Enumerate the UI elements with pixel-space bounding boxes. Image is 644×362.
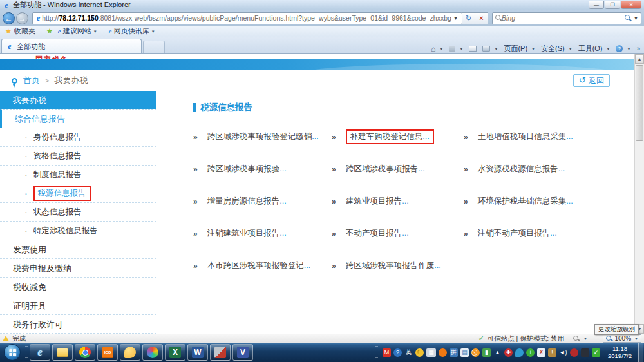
tools-menu-button[interactable]: 工具(O)▼ (578, 44, 611, 53)
sidebar-item-status-info[interactable]: ·状态信息报告 (0, 203, 156, 222)
blocked-icon[interactable]: ⃠ (471, 348, 480, 357)
tab-all-functions[interactable]: e 全部功能 (1, 39, 142, 53)
close-button[interactable]: ✕ (621, 1, 641, 9)
safe-icon[interactable]: + (526, 348, 535, 357)
red-tray-icon[interactable] (570, 348, 578, 357)
moon-icon[interactable]: ☾ (415, 348, 424, 357)
antivirus-icon[interactable]: ✚ (504, 348, 513, 357)
function-link-vehicle-purchase-tax[interactable]: »补建车购税登记信息... (332, 130, 464, 144)
forward-button[interactable]: → (16, 12, 28, 24)
search-input[interactable] (502, 14, 625, 22)
scrollbar-thumb[interactable] (636, 65, 643, 141)
new-tab-button[interactable] (143, 41, 165, 53)
taskbar-chrome-button[interactable] (75, 344, 95, 361)
sidebar-category-certificate[interactable]: 证明开具 (0, 296, 156, 315)
web-slices-button[interactable]: e 网页快讯库 ▼ (106, 26, 155, 36)
help-tray-icon[interactable]: ? (393, 348, 402, 357)
toolbar-overflow-button[interactable]: » (636, 45, 640, 52)
sidebar-category-tax-filing[interactable]: 税费申报及缴纳 (0, 259, 156, 278)
clock[interactable]: 11:18 2019/7/2 (608, 345, 632, 359)
compatibility-view-button[interactable]: ▼ (573, 336, 587, 342)
function-link[interactable]: »建筑业项目报告... (332, 195, 464, 208)
stop-button[interactable]: × (475, 12, 488, 24)
page-menu-button[interactable]: 页面(P)▼ (504, 44, 535, 53)
taskbar-word-button[interactable]: W (187, 344, 208, 361)
function-link[interactable]: »跨区域涉税事项报验登记缴销... (193, 130, 332, 144)
read-mail-button[interactable] (469, 46, 477, 52)
usb-safe-icon[interactable]: ✓ (592, 348, 600, 357)
print-button[interactable]: ▼ (482, 46, 498, 52)
windows-logo-icon (9, 348, 16, 356)
function-link[interactable]: »注销不动产项目报告... (464, 227, 557, 240)
breadcrumb-home-link[interactable]: 首页 (23, 75, 40, 86)
taskbar-visio-button[interactable]: V (232, 344, 253, 361)
sidebar-item-tax-source-info[interactable]: ·税源信息报告 (0, 184, 156, 203)
sidebar-item-identity-info[interactable]: ·身份信息报告 (0, 128, 156, 147)
scroll-up-button[interactable]: ▲ (635, 54, 644, 64)
document-tray-icon[interactable]: ▤ (460, 348, 469, 357)
home-button[interactable]: ⌂▼ (431, 44, 443, 53)
taskbar-excel-button[interactable]: X (165, 344, 185, 361)
file-error-icon[interactable]: ✗ (537, 348, 545, 357)
battery-icon[interactable]: ▮ (482, 348, 491, 357)
sidebar-item-system-info[interactable]: ·制度信息报告 (0, 166, 156, 184)
refresh-button[interactable]: ↻ (462, 12, 475, 24)
address-bar[interactable]: e http://78.12.71.150:8081/wszx-web/bszm… (32, 12, 462, 24)
load-status: 完成 (12, 334, 26, 343)
show-desktop-button[interactable] (638, 343, 643, 362)
function-link[interactable]: »不动产项目报告... (332, 227, 464, 240)
pinyin-icon[interactable]: 拼 (450, 348, 458, 357)
folder-alert-icon[interactable]: ! (548, 348, 556, 357)
suggested-sites-button[interactable]: ★ e 建议网站 ▼ (46, 26, 97, 36)
function-link[interactable]: »本市跨区涉税事项报验登记... (193, 259, 332, 272)
double-chevron-icon: » (464, 133, 468, 142)
language-indicator[interactable]: 英 (404, 348, 413, 357)
function-link[interactable]: »跨区域涉税事项报告作废... (332, 259, 464, 272)
keyboard-icon[interactable]: ▦ (426, 348, 436, 357)
taskbar-ie-button[interactable]: e (30, 344, 50, 361)
sidebar-category-tax-reduction[interactable]: 税收减免 (0, 278, 156, 296)
vertical-scrollbar[interactable]: ▲ ▼ (634, 54, 644, 334)
security-menu-button[interactable]: 安全(S)▼ (541, 44, 573, 53)
search-box[interactable]: ▼ (492, 12, 641, 24)
function-link[interactable]: »环境保护税基础信息采集... (464, 195, 573, 208)
sogou-m-icon[interactable]: M (383, 348, 391, 357)
sidebar-item-specific-tax-info[interactable]: ·特定涉税信息报告 (0, 222, 156, 240)
return-arrow-icon: ↺ (579, 77, 586, 84)
taskbar-paint-button[interactable] (142, 344, 163, 361)
address-dropdown-icon[interactable]: ▼ (451, 16, 460, 21)
function-link[interactable]: »注销建筑业项目报告... (193, 227, 332, 240)
taskbar-explorer-button[interactable] (52, 344, 73, 361)
maximize-button[interactable]: ❐ (605, 1, 620, 9)
help-button[interactable]: ?▼ (616, 45, 630, 52)
mail-icon (469, 46, 477, 52)
sidebar-category-active[interactable]: 综合信息报告 (0, 109, 156, 128)
fetion-icon[interactable] (439, 348, 447, 357)
function-link[interactable]: »土地增值税项目信息采集... (464, 130, 573, 144)
minimize-button[interactable]: — (589, 1, 604, 9)
search-dropdown-icon[interactable]: ▼ (634, 16, 638, 21)
function-link[interactable]: »水资源税税源信息报告... (464, 162, 565, 176)
volume-icon[interactable]: ◄) (559, 348, 567, 357)
favorites-button[interactable]: 收藏夹 (14, 26, 35, 36)
function-link[interactable]: »跨区域涉税事项报验... (193, 162, 332, 176)
taskbar-messenger-button[interactable] (120, 344, 140, 361)
device-tray-icon[interactable] (581, 348, 589, 357)
zoom-level-button[interactable]: 100% ▼ (603, 334, 641, 343)
start-button[interactable] (4, 344, 21, 361)
sidebar-item-qualification-info[interactable]: ·资格信息报告 (0, 147, 156, 166)
taskbar-screenshot-button[interactable]: ICO (97, 344, 118, 361)
return-button[interactable]: ↺ 返回 (573, 74, 610, 87)
search-go-icon[interactable] (625, 15, 631, 21)
function-link[interactable]: »增量房房源信息报告... (193, 195, 332, 208)
sidebar-category-invoice[interactable]: 发票使用 (0, 240, 156, 259)
back-button[interactable]: ← (3, 12, 15, 24)
navigation-bar: ← → e http://78.12.71.150:8081/wszx-web/… (0, 10, 644, 26)
sidebar-category-admin-license[interactable]: 税务行政许可 (0, 315, 156, 334)
messenger-tray-icon[interactable] (515, 348, 524, 357)
function-link[interactable]: »跨区域涉税事项报告... (332, 162, 464, 176)
bullet-icon: · (24, 188, 28, 198)
taskbar-graphics-button[interactable] (210, 344, 231, 361)
feeds-button[interactable]: ▼ (449, 46, 463, 52)
show-hidden-icons[interactable]: ▲ (493, 348, 502, 357)
